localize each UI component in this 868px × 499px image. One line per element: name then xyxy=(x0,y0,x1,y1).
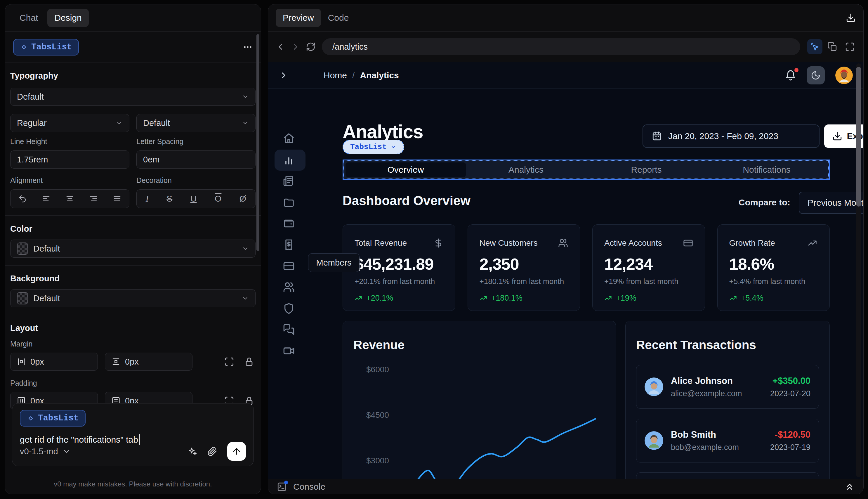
rail-item-newspaper[interactable] xyxy=(283,175,295,187)
more-options-icon[interactable] xyxy=(243,42,253,52)
margin-lock-button[interactable] xyxy=(243,353,256,370)
fullscreen-button[interactable] xyxy=(842,39,857,54)
tab-chat[interactable]: Chat xyxy=(13,9,45,27)
line-height-label: Line Height xyxy=(10,137,129,146)
underline-button[interactable]: U xyxy=(190,194,197,204)
forward-button[interactable] xyxy=(289,38,302,56)
chevron-down-icon xyxy=(242,295,249,302)
dashboard-tab-overview[interactable]: Overview xyxy=(346,162,466,177)
preview-panel: Preview Code /analytics Home / Analytics xyxy=(268,4,864,494)
dashboard-tab-reports[interactable]: Reports xyxy=(586,162,706,177)
sidebar-mode-tabs: Chat Design xyxy=(5,4,261,31)
margin-y-icon xyxy=(112,357,120,366)
dashboard-tab-notifications[interactable]: Notifications xyxy=(706,162,827,177)
overline-button[interactable]: O xyxy=(215,194,221,204)
attach-icon[interactable] xyxy=(207,447,217,457)
stat-subtext: +19% from last month xyxy=(604,277,693,286)
chevron-right-icon xyxy=(290,42,300,52)
italic-button[interactable]: I xyxy=(146,194,149,204)
send-button[interactable] xyxy=(227,442,246,461)
tab-code[interactable]: Code xyxy=(321,9,356,27)
letter-spacing-value: 0em xyxy=(143,155,160,165)
transaction-row[interactable] xyxy=(636,472,819,479)
sparkles-icon[interactable] xyxy=(187,447,197,457)
model-select[interactable]: v0-1.5-md xyxy=(20,447,71,457)
rail-item-credit-card[interactable] xyxy=(283,260,295,272)
rail-item-home[interactable] xyxy=(283,132,295,144)
dashboard-topbar: Home / Analytics xyxy=(268,62,863,89)
sidebar-scrollbar[interactable] xyxy=(257,34,259,251)
font-family-select[interactable]: Default xyxy=(10,88,256,106)
tab-design[interactable]: Design xyxy=(47,9,88,27)
font-weight-select[interactable]: Regular xyxy=(10,114,129,132)
transaction-email: bob@example.com xyxy=(671,443,739,452)
undo-icon[interactable] xyxy=(18,194,27,203)
strikethrough-button[interactable]: S xyxy=(166,194,172,204)
rail-item-shield[interactable] xyxy=(283,303,295,314)
dashboard-tab-analytics[interactable]: Analytics xyxy=(466,162,586,177)
line-height-value: 1.75rem xyxy=(17,155,48,165)
preview-scrollbar-thumb[interactable] xyxy=(856,67,861,207)
transaction-row[interactable]: Alice Johnsonalice@example.com+$350.0020… xyxy=(636,365,819,409)
color-select[interactable]: Default xyxy=(10,240,256,258)
letter-spacing-input[interactable]: 0em xyxy=(136,150,256,169)
dashboard-overview-title: Dashboard Overview xyxy=(343,193,471,208)
compare-select[interactable]: Previous Month xyxy=(799,192,863,214)
tab-preview[interactable]: Preview xyxy=(276,9,321,27)
trending-up-icon xyxy=(729,294,737,302)
transaction-date: 2023-07-20 xyxy=(770,389,810,398)
font-size-select[interactable]: Default xyxy=(136,114,256,132)
download-icon[interactable] xyxy=(846,13,856,23)
back-button[interactable] xyxy=(274,38,287,56)
date-range-picker[interactable]: Jan 20, 2023 - Feb 09, 2023 xyxy=(643,124,819,148)
margin-x-input[interactable]: 0px xyxy=(10,353,98,371)
transaction-name: Alice Johnson xyxy=(671,376,742,386)
breadcrumb-home[interactable]: Home xyxy=(324,70,347,80)
align-justify-icon[interactable] xyxy=(113,194,122,203)
rail-item-messages[interactable] xyxy=(283,324,295,336)
stat-subtext: +180.1% from last month xyxy=(480,277,568,286)
rail-item-bar-chart[interactable] xyxy=(283,154,295,166)
users-icon xyxy=(558,238,568,248)
divider xyxy=(5,265,261,266)
selected-element-chip[interactable]: TabsList xyxy=(343,139,404,154)
copy-button[interactable] xyxy=(825,39,840,54)
rail-item-users[interactable] xyxy=(283,281,295,293)
chevron-down-icon xyxy=(390,144,397,150)
rail-item-folder[interactable] xyxy=(283,197,295,208)
margin-y-input[interactable]: 0px xyxy=(105,353,193,371)
user-avatar[interactable] xyxy=(835,66,853,84)
trending-up-icon xyxy=(355,294,363,302)
align-center-icon[interactable] xyxy=(65,194,74,203)
sidebar-expand-icon[interactable] xyxy=(278,70,288,80)
align-left-icon[interactable] xyxy=(42,194,51,203)
copy-icon xyxy=(827,42,837,52)
theme-toggle-button[interactable] xyxy=(807,66,825,84)
background-select[interactable]: Default xyxy=(10,289,256,307)
no-decoration-button[interactable]: Ø xyxy=(239,194,246,204)
y-axis-tick: $4500 xyxy=(366,411,389,420)
credit-card-icon xyxy=(683,238,693,248)
rail-item-video[interactable] xyxy=(283,345,295,357)
transaction-row[interactable]: Bob Smithbob@example.com-$120.502023-07-… xyxy=(636,419,819,462)
design-sidebar: Chat Design TabsList Typography Default … xyxy=(5,4,261,494)
padding-label: Padding xyxy=(10,379,37,387)
avatar-image xyxy=(835,66,853,84)
rail-item-wallet[interactable] xyxy=(283,218,295,229)
chevrons-up-icon[interactable] xyxy=(845,482,855,492)
console-bar[interactable]: Console xyxy=(268,479,863,494)
design-select-button[interactable] xyxy=(807,39,822,54)
margin-x-icon xyxy=(17,357,26,366)
url-input[interactable]: /analytics xyxy=(322,38,800,55)
line-height-input[interactable]: 1.75rem xyxy=(10,150,129,169)
prompt-composer[interactable]: TabsList get rid of the "notifications" … xyxy=(12,403,254,466)
refresh-button[interactable] xyxy=(304,38,317,56)
composer-component-chip[interactable]: TabsList xyxy=(20,410,86,427)
align-right-icon[interactable] xyxy=(89,194,98,203)
notifications-button[interactable] xyxy=(785,70,796,81)
chevron-down-icon xyxy=(242,93,249,100)
rail-item-receipt[interactable] xyxy=(283,239,295,251)
members-tooltip: Members xyxy=(308,253,360,272)
margin-expand-button[interactable] xyxy=(223,353,236,370)
selected-component-chip[interactable]: TabsList xyxy=(13,39,79,56)
